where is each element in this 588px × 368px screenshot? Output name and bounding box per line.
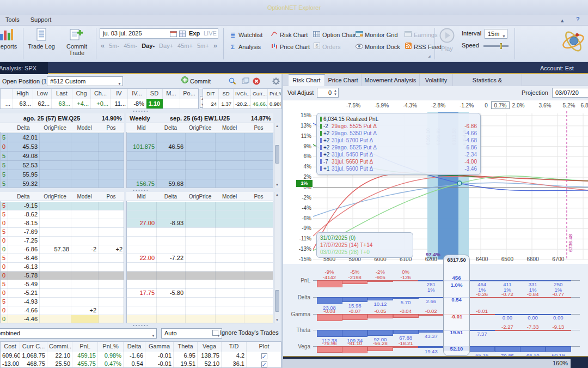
nav-5m+[interactable]: 5m+ bbox=[197, 43, 209, 49]
gear-icon[interactable] bbox=[272, 77, 281, 86]
chain-row[interactable] bbox=[127, 133, 273, 142]
chain-row[interactable]: 0-8.15 bbox=[1, 219, 124, 228]
chain-row[interactable]: 5-7.69 bbox=[1, 228, 124, 237]
trade-log-button[interactable]: Trade Log bbox=[26, 28, 57, 53]
nav-45m-[interactable]: 45m- bbox=[124, 43, 137, 49]
search-icon[interactable] bbox=[229, 77, 237, 86]
speed-slider-thumb[interactable] bbox=[500, 43, 502, 49]
model-cell[interactable] bbox=[216, 210, 244, 219]
window-button-monitor-grid[interactable]: Monitor Grid bbox=[355, 31, 398, 40]
window-button-watchlist[interactable]: ≣Watchlist bbox=[229, 31, 262, 40]
chain-row[interactable] bbox=[127, 237, 273, 245]
time-grid-icon[interactable] bbox=[179, 31, 186, 38]
model-cell[interactable] bbox=[216, 280, 244, 289]
chain-row[interactable]: 0-6.8657.38-2+2 bbox=[1, 245, 124, 254]
commit-button[interactable]: Commit bbox=[181, 76, 215, 86]
chain-row[interactable]: 5-6.46 bbox=[1, 254, 124, 263]
put-scrollbar[interactable]: ▲▼ bbox=[274, 192, 280, 323]
model-cell[interactable] bbox=[71, 289, 99, 298]
chain-row[interactable] bbox=[127, 306, 273, 315]
chain-row[interactable]: 0-7.25 bbox=[1, 237, 124, 245]
model-cell[interactable] bbox=[216, 237, 244, 245]
chain-row[interactable] bbox=[127, 161, 273, 170]
section-splitter[interactable] bbox=[132, 189, 148, 191]
chain-row[interactable] bbox=[127, 170, 273, 179]
model-cell[interactable] bbox=[71, 152, 99, 161]
interval-combo[interactable]: 15m▼ bbox=[485, 29, 507, 39]
model-cell[interactable] bbox=[216, 245, 244, 254]
chain-row[interactable]: 542.01 bbox=[1, 133, 124, 142]
chain-row[interactable] bbox=[127, 202, 273, 210]
tab-analysis-spx[interactable]: Analysis: SPX bbox=[0, 62, 48, 74]
chain-row[interactable]: 5-5.49 bbox=[1, 280, 124, 289]
chain-row[interactable]: 0-5.78 bbox=[1, 272, 124, 280]
call-scrollbar[interactable]: ▲▼ bbox=[274, 123, 280, 188]
model-cell[interactable]: -2 bbox=[71, 245, 99, 254]
model-cell[interactable] bbox=[216, 306, 244, 315]
chain-row[interactable]: 0-4.46 bbox=[1, 315, 124, 323]
chain-row[interactable]: 156.7559.68 bbox=[127, 179, 273, 188]
chain-row[interactable]: 0-6.13 bbox=[1, 263, 124, 272]
vol-adjust-spinner[interactable]: 0▲▼ bbox=[317, 88, 339, 98]
chain-row[interactable]: 552.53 bbox=[1, 161, 124, 170]
window-button-price-chart[interactable]: Price Chart bbox=[270, 43, 310, 52]
chain-row[interactable]: 5-4.93 bbox=[1, 298, 124, 306]
chain-row[interactable] bbox=[127, 280, 273, 289]
menu-tools[interactable]: Tools bbox=[0, 15, 25, 24]
close-icon[interactable] bbox=[253, 77, 261, 86]
plot-checkbox[interactable] bbox=[247, 352, 281, 360]
model-cell[interactable] bbox=[71, 161, 99, 170]
model-cell[interactable] bbox=[216, 272, 244, 280]
position-filter-combo[interactable]: Combined▼ bbox=[0, 328, 157, 339]
speed-slider[interactable] bbox=[483, 45, 509, 47]
trading-date-input[interactable]: ju. 03 jul. 2025ExpLIVE bbox=[100, 28, 218, 39]
commit-trade-button[interactable]: Commit Trade bbox=[59, 28, 95, 53]
model-cell[interactable] bbox=[216, 219, 244, 228]
export-icon[interactable] bbox=[242, 77, 250, 86]
model-cell[interactable] bbox=[71, 133, 99, 142]
model-cell[interactable] bbox=[71, 228, 99, 237]
window-button-risk-chart[interactable]: Risk Chart bbox=[270, 31, 308, 40]
nav-day+[interactable]: Day+ bbox=[159, 43, 173, 49]
model-cell[interactable] bbox=[216, 228, 244, 237]
model-cell[interactable] bbox=[216, 315, 244, 323]
chain-row[interactable]: 17.75-5.80 bbox=[127, 289, 273, 298]
calendar-icon[interactable] bbox=[170, 31, 177, 38]
model-cell[interactable] bbox=[71, 179, 99, 188]
chain-row[interactable]: 22.00-7.22 bbox=[127, 254, 273, 263]
model-cell[interactable] bbox=[216, 133, 244, 142]
chain-row[interactable] bbox=[127, 152, 273, 161]
tab-risk-chart[interactable]: Risk Chart bbox=[289, 74, 325, 86]
chain-row[interactable]: 5-9.15 bbox=[1, 202, 124, 210]
chain-row[interactable]: 0-5.21 bbox=[1, 289, 124, 298]
chain-row[interactable] bbox=[127, 228, 273, 237]
chain-row[interactable] bbox=[127, 315, 273, 323]
chain-row[interactable] bbox=[127, 298, 273, 306]
model-cell[interactable] bbox=[71, 142, 99, 152]
chain-row[interactable]: 101.87546.56 bbox=[127, 142, 273, 152]
model-cell[interactable] bbox=[71, 315, 99, 323]
chain-row[interactable] bbox=[127, 263, 273, 272]
model-cell[interactable] bbox=[216, 298, 244, 306]
section-splitter[interactable] bbox=[132, 110, 148, 112]
model-cell[interactable] bbox=[71, 210, 99, 219]
chain-row[interactable]: 5-8.62 bbox=[1, 210, 124, 219]
model-cell[interactable] bbox=[71, 254, 99, 263]
model-cell[interactable] bbox=[71, 202, 99, 210]
model-cell[interactable] bbox=[71, 219, 99, 228]
tab-price-chart[interactable]: Price Chart bbox=[325, 74, 362, 86]
exp-label[interactable]: Exp bbox=[189, 29, 203, 38]
chain-row[interactable] bbox=[127, 245, 273, 254]
model-cell[interactable] bbox=[216, 142, 244, 152]
menu-support[interactable]: Support bbox=[25, 15, 57, 24]
projection-date-input[interactable]: 03/07/20 bbox=[552, 88, 588, 98]
model-cell[interactable]: +2 bbox=[71, 306, 99, 315]
window-button-monitor-dock[interactable]: Monitor Dock bbox=[355, 43, 400, 52]
collapse-ribbon-icon[interactable]: ▴ bbox=[561, 17, 567, 23]
model-cell[interactable] bbox=[71, 263, 99, 272]
window-button-rss-feed[interactable]: RSS Feed bbox=[404, 43, 442, 52]
plot-checkbox[interactable] bbox=[247, 360, 281, 368]
model-cell[interactable] bbox=[71, 298, 99, 306]
chain-row[interactable]: 555.95 bbox=[1, 170, 124, 179]
model-cell[interactable] bbox=[216, 263, 244, 272]
